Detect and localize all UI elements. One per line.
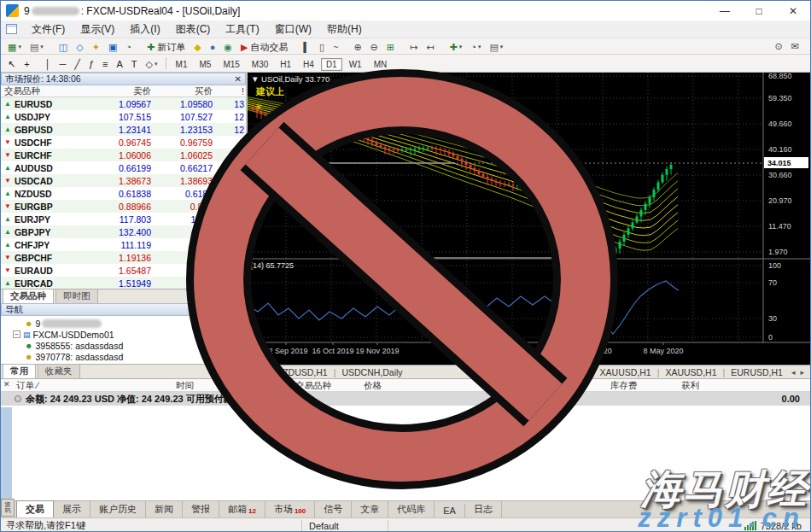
indicators-button[interactable]: ✚▾ [446,40,465,54]
market-watch-row[interactable]: ▼EURCHF1.060061.06025 [1,149,246,161]
trendline-tool[interactable]: ╱ [71,57,84,71]
market-watch-row[interactable]: ▲EURCAD1.519491.5 [1,277,246,289]
navigator-item[interactable]: ☻9 [1,318,246,329]
profiles-button[interactable]: ▤▾ [26,40,47,54]
search-button[interactable]: ⊙ [772,39,786,53]
close-button[interactable]: ✕ [776,1,810,20]
menu-item[interactable]: 图表(C) [168,21,219,37]
chat-button[interactable]: ✉ [788,39,802,53]
terminal-tab-信号[interactable]: 信号 [315,501,352,517]
timeframe-m5[interactable]: M5 [194,58,216,71]
market-watch-row[interactable]: ▼GBPCHF1.191361.1 [1,251,246,264]
navigator-item[interactable]: −▤FXCM-USDDemo01 [1,329,246,340]
shapes-tool[interactable]: ◇▾ [143,57,161,71]
chart-tab[interactable]: NZDUSD,H1 [271,367,334,377]
chart-area[interactable]: 68.85059.35049.66040.16030.66020.97011.4… [248,73,810,365]
navigator-item[interactable]: ☻3958555: asdassdasd [1,340,246,351]
market-watch-row[interactable]: ▼EURAUD1.654871.6 [1,264,246,277]
timeframe-h1[interactable]: H1 [275,58,296,71]
panel-tab-即时图[interactable]: 即时图 [55,289,98,303]
periods-button[interactable]: ◔▾ [467,40,484,54]
tile-windows-button[interactable]: ⊞ [383,40,398,54]
text-tool[interactable]: A [114,57,126,71]
market-watch-row[interactable]: ▲GBPJPY132.400132 [1,225,246,238]
bar-chart-button[interactable]: ▍ [300,40,313,54]
chart-tab[interactable]: USDCNH,Daily [335,367,408,377]
menu-item[interactable]: 显示(V) [73,21,122,37]
terminal-tab-文章[interactable]: 文章 [352,501,388,517]
terminal-tab-账户历史[interactable]: 账户历史 [90,501,146,517]
line-chart-button[interactable]: ~ [330,40,341,54]
horizontal-line-tool[interactable]: ─ [56,57,70,71]
terminal-button[interactable]: ▣ [105,40,120,54]
fibonacci-tool[interactable]: ƒ [85,57,97,71]
zoom-out-button[interactable]: ⊖ [367,40,382,54]
market-watch-row[interactable]: ▲GBPUSD1.231411.2315312 [1,123,246,136]
chart-tab[interactable]: EURUSD,H1 [725,367,789,377]
market-watch-row[interactable]: ▲EURJPY117.803117.8 [1,213,246,225]
navigator-button[interactable]: ✦ [89,40,103,54]
zoom-in-button[interactable]: ⊕ [350,40,365,54]
timeframe-d1[interactable]: D1 [321,58,342,71]
new-order-button[interactable]: ✚新订单 [143,40,189,54]
market-watch-row[interactable]: ▲CHFJPY111.119111 [1,238,246,251]
menu-item[interactable]: 插入(I) [122,21,167,37]
menu-item[interactable]: 文件(F) [24,21,73,37]
menu-item[interactable]: 工具(T) [218,21,266,37]
timeframe-w1[interactable]: W1 [344,58,367,71]
vertical-line-tool[interactable]: │ [42,57,55,71]
panel-tab-常用[interactable]: 常用 [3,364,36,378]
channel-tool[interactable]: ≡ [99,57,111,71]
chart-tab[interactable]: XAUUSD,H1 [659,367,722,377]
market-watch-row[interactable]: ▲USDJPY107.515107.52712 [1,110,246,123]
terminal-tab-日志[interactable]: 日志 [465,501,502,517]
minimize-button[interactable]: — [708,1,742,20]
website-button[interactable]: ◉ [220,40,236,54]
navigator-item[interactable]: ☻3970778: asdassdasd [1,351,246,362]
cursor-tool[interactable]: ↖ [4,57,19,71]
terminal-tab-代码库[interactable]: 代码库 [388,501,435,517]
status-profile[interactable]: Default [302,521,388,531]
market-watch-row[interactable]: ▼USDCHF0.967450.967591 [1,136,246,149]
label-tool[interactable]: T [128,57,141,71]
tab-scroll-left-icon[interactable]: ◂ [789,368,798,377]
terminal-tab-市场[interactable]: 市场100 [265,501,315,517]
maximize-button[interactable]: □ [742,1,776,20]
market-watch-row[interactable]: ▲AUDUSD0.661990.66217 [1,161,246,174]
timeframe-m30[interactable]: M30 [247,58,273,71]
autotrading-button[interactable]: ▶自动交易 [237,40,291,54]
tab-scroll-right-icon[interactable]: ▸ [797,368,807,377]
market-watch-button[interactable]: ◫ [55,40,71,54]
tree-expander-icon[interactable]: − [13,330,20,338]
menu-item[interactable]: 窗口(W) [267,21,319,37]
panel-tab-收藏夹[interactable]: 收藏夹 [38,364,80,378]
terminal-tab-新闻[interactable]: 新闻 [146,501,183,517]
new-chart-button[interactable]: ▦▾ [4,40,25,54]
market-watch-row[interactable]: ▲NZDUSD0.618380.6185 [1,187,246,200]
chart-tab[interactable]: SD,Daily [545,367,592,377]
strategy-tester-button[interactable]: ◔ [122,40,135,54]
menu-item[interactable]: 帮助(H) [319,21,370,37]
chart-tab[interactable]: 1 [251,367,268,377]
close-icon[interactable]: ✕ [3,380,10,389]
vertical-side-tab[interactable]: 源码 [1,499,15,517]
panel-tab-交易品种[interactable]: 交易品种 [3,289,54,303]
market-watch-row[interactable]: ▼EURGBP0.889660.889 [1,200,246,213]
candlestick-chart-button[interactable]: ▯ [316,40,328,54]
templates-button[interactable]: ▤▾ [486,40,506,54]
crosshair-tool[interactable]: + [20,57,32,71]
data-window-button[interactable]: ◇ [73,40,86,54]
terminal-tab-邮箱[interactable]: 邮箱12 [219,501,265,517]
metaeditor-button[interactable]: ◆ [190,40,204,54]
close-icon[interactable]: ✕ [235,74,242,84]
market-watch-row[interactable]: ▼USDCAD1.386731.38693 [1,174,246,187]
mql-community-button[interactable]: ● [207,40,219,54]
market-watch-row[interactable]: ▲EURUSD1.095671.0958013 [1,97,246,110]
terminal-tab-警报[interactable]: 警报 [183,501,219,517]
chart-shift-button[interactable]: ↤ [423,40,437,54]
usoil-daily-chart[interactable]: 68.85059.35049.66040.16030.66020.97011.4… [248,73,810,365]
timeframe-m1[interactable]: M1 [171,58,193,71]
timeframe-h4[interactable]: H4 [298,58,319,71]
terminal-tab-EA[interactable]: EA [435,504,465,517]
terminal-tab-交易[interactable]: 交易 [16,500,54,517]
